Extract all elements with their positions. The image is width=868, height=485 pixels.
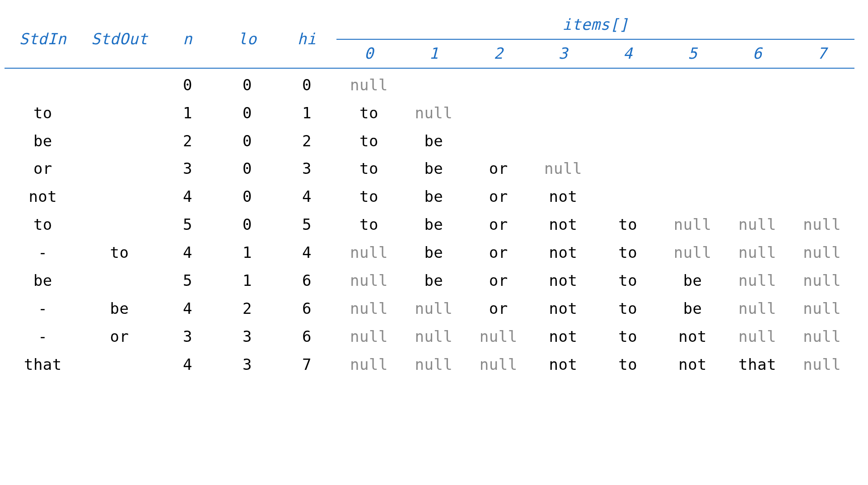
cell-stdout (81, 267, 158, 295)
cell-item-3: not (531, 351, 595, 379)
col-index-3: 3 (531, 39, 595, 68)
cell-lo: 0 (217, 68, 277, 99)
cell-item-0: null (336, 351, 401, 379)
cell-item-2: or (466, 211, 531, 239)
cell-item-0: null (336, 323, 401, 351)
cell-stdin: to (5, 99, 81, 127)
cell-item-7 (790, 183, 854, 211)
cell-n: 4 (158, 351, 217, 379)
table-row: be516nullbeornottobenullnull (5, 267, 854, 295)
cell-item-2 (466, 68, 531, 99)
cell-item-6 (725, 183, 789, 211)
cell-item-5 (660, 99, 725, 127)
cell-hi: 1 (277, 99, 336, 127)
col-index-1: 1 (401, 39, 466, 68)
cell-item-6 (725, 68, 789, 99)
cell-item-5: not (660, 323, 725, 351)
cell-item-3: not (531, 323, 595, 351)
cell-item-3: not (531, 211, 595, 239)
cell-item-5: be (660, 267, 725, 295)
cell-item-7: null (790, 211, 854, 239)
cell-item-4: to (596, 267, 660, 295)
cell-n: 0 (158, 68, 217, 99)
cell-item-1 (401, 68, 466, 99)
cell-hi: 2 (277, 127, 336, 155)
cell-item-1: be (401, 211, 466, 239)
cell-n: 4 (158, 295, 217, 323)
col-index-2: 2 (466, 39, 531, 68)
cell-hi: 4 (277, 239, 336, 267)
cell-item-1: null (401, 323, 466, 351)
cell-hi: 4 (277, 183, 336, 211)
cell-lo: 3 (217, 351, 277, 379)
cell-item-1: be (401, 183, 466, 211)
cell-item-4: to (596, 351, 660, 379)
cell-item-2: or (466, 295, 531, 323)
cell-lo: 0 (217, 211, 277, 239)
cell-stdout (81, 127, 158, 155)
cell-n: 3 (158, 155, 217, 183)
table-header: StdIn StdOut n lo hi items[] 0 1 2 3 4 5… (5, 11, 854, 68)
cell-item-0: to (336, 183, 401, 211)
trace-table: StdIn StdOut n lo hi items[] 0 1 2 3 4 5… (5, 11, 854, 379)
cell-item-1: be (401, 127, 466, 155)
table-row: -or336nullnullnullnottonotnullnull (5, 323, 854, 351)
cell-item-4: to (596, 295, 660, 323)
cell-item-2 (466, 99, 531, 127)
cell-item-5 (660, 68, 725, 99)
cell-item-1: be (401, 267, 466, 295)
cell-item-7 (790, 99, 854, 127)
cell-hi: 3 (277, 155, 336, 183)
cell-stdin: or (5, 155, 81, 183)
cell-stdout: or (81, 323, 158, 351)
col-items: items[] (336, 11, 854, 39)
cell-stdin: be (5, 267, 81, 295)
cell-n: 3 (158, 323, 217, 351)
cell-item-2: null (466, 323, 531, 351)
cell-item-6: null (725, 211, 789, 239)
cell-stdout (81, 99, 158, 127)
cell-item-2 (466, 127, 531, 155)
cell-item-3 (531, 68, 595, 99)
cell-item-0: null (336, 267, 401, 295)
col-index-6: 6 (725, 39, 789, 68)
cell-item-6: null (725, 267, 789, 295)
cell-n: 4 (158, 239, 217, 267)
cell-stdout: to (81, 239, 158, 267)
cell-item-5: be (660, 295, 725, 323)
col-lo: lo (217, 11, 277, 68)
cell-item-5: not (660, 351, 725, 379)
cell-lo: 0 (217, 155, 277, 183)
cell-item-1: be (401, 155, 466, 183)
cell-item-0: to (336, 99, 401, 127)
cell-item-0: null (336, 295, 401, 323)
table-row: that437nullnullnullnottonotthatnull (5, 351, 854, 379)
cell-n: 5 (158, 267, 217, 295)
table-row: -be426nullnullornottobenullnull (5, 295, 854, 323)
table-row: be202tobe (5, 127, 854, 155)
cell-item-2: or (466, 155, 531, 183)
cell-item-5: null (660, 239, 725, 267)
cell-stdout (81, 183, 158, 211)
cell-item-1: null (401, 99, 466, 127)
cell-stdout (81, 351, 158, 379)
cell-n: 5 (158, 211, 217, 239)
cell-item-2: or (466, 239, 531, 267)
cell-item-5: null (660, 211, 725, 239)
cell-item-1: null (401, 351, 466, 379)
table-row: or303tobeornull (5, 155, 854, 183)
col-index-0: 0 (336, 39, 401, 68)
cell-stdin: be (5, 127, 81, 155)
cell-item-4 (596, 183, 660, 211)
cell-stdout (81, 155, 158, 183)
col-index-5: 5 (660, 39, 725, 68)
cell-lo: 2 (217, 295, 277, 323)
cell-item-2: or (466, 267, 531, 295)
cell-item-7: null (790, 323, 854, 351)
col-stdout: StdOut (81, 11, 158, 68)
cell-stdin: not (5, 183, 81, 211)
cell-hi: 6 (277, 295, 336, 323)
cell-stdout (81, 211, 158, 239)
cell-stdin (5, 68, 81, 99)
cell-item-1: null (401, 295, 466, 323)
